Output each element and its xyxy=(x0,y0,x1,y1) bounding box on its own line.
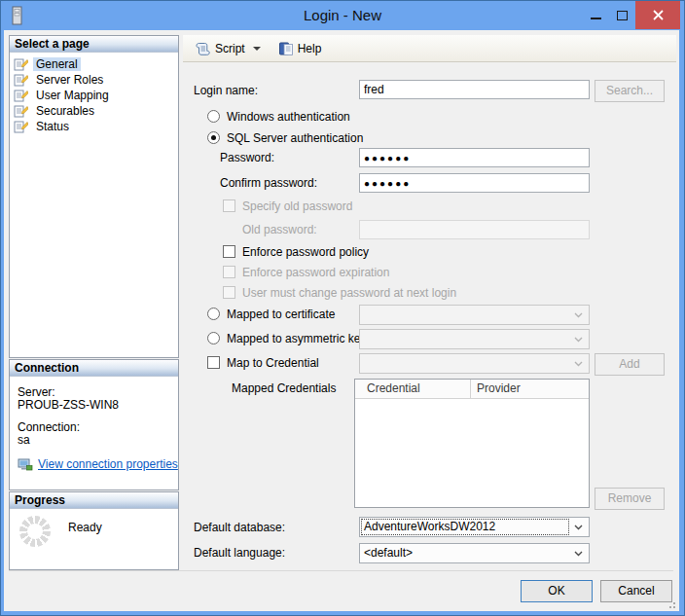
mapped-asymmetric-key-radio[interactable] xyxy=(207,332,220,344)
window-title: Login - New xyxy=(1,1,684,29)
chevron-down-icon xyxy=(574,337,583,343)
windows-authentication-label: Windows authentication xyxy=(227,110,350,124)
specify-old-password-label: Specify old password xyxy=(242,199,352,213)
chevron-down-icon xyxy=(574,551,583,557)
connection-header: Connection xyxy=(10,360,178,377)
remove-button[interactable]: Remove xyxy=(595,488,665,510)
chevron-down-icon xyxy=(574,361,583,367)
help-icon xyxy=(278,41,294,56)
windows-authentication-radio[interactable] xyxy=(207,110,220,123)
sidebar-item-server-roles[interactable]: Server Roles xyxy=(10,72,178,88)
mapped-credentials-label: Mapped Credentials xyxy=(232,381,336,395)
grid-column-provider[interactable]: Provider xyxy=(471,380,589,398)
help-button[interactable]: Help xyxy=(274,38,326,59)
specify-old-password-checkbox[interactable] xyxy=(223,199,235,212)
page-icon xyxy=(14,120,28,133)
page-icon xyxy=(14,73,28,87)
view-connection-properties-link[interactable]: View connection properties xyxy=(38,458,178,471)
default-database-combobox[interactable]: AdventureWorksDW2012 xyxy=(359,517,590,537)
enforce-password-policy-label: Enforce password policy xyxy=(242,245,369,259)
progress-header: Progress xyxy=(10,492,178,509)
chevron-down-icon xyxy=(574,312,583,318)
default-language-value: <default> xyxy=(364,546,413,560)
password-dots: ●●●●●● xyxy=(364,153,411,163)
map-to-credential-checkbox[interactable] xyxy=(207,356,220,369)
mapped-certificate-label: Mapped to certificate xyxy=(227,308,335,321)
chevron-down-icon xyxy=(574,525,583,530)
minimize-button[interactable] xyxy=(583,1,609,29)
sidebar-item-securables[interactable]: Securables xyxy=(10,103,178,119)
password-input[interactable]: ●●●●●● xyxy=(359,148,590,167)
login-name-input[interactable]: fred xyxy=(359,80,590,99)
ok-button[interactable]: OK xyxy=(521,580,593,602)
connection-label: Connection: xyxy=(18,421,178,434)
enforce-password-expiration-label: Enforce password expiration xyxy=(242,266,389,279)
maximize-button[interactable] xyxy=(609,1,635,29)
resize-grip[interactable] xyxy=(667,599,675,608)
mapped-asymmetric-key-label: Mapped to asymmetric key xyxy=(227,332,366,345)
chevron-down-icon xyxy=(253,47,261,51)
confirm-password-input[interactable]: ●●●●●● xyxy=(359,173,590,193)
script-button-label: Script xyxy=(215,42,245,55)
old-password-input[interactable] xyxy=(359,220,590,239)
close-icon xyxy=(653,10,664,20)
default-database-value: AdventureWorksDW2012 xyxy=(361,519,569,535)
footer-divider xyxy=(9,570,673,571)
page-icon xyxy=(14,89,28,102)
cancel-button[interactable]: Cancel xyxy=(600,580,672,602)
page-icon xyxy=(14,104,28,118)
sidebar-item-label: Securables xyxy=(33,104,97,118)
progress-panel: Progress Ready xyxy=(9,491,179,570)
progress-status: Ready xyxy=(68,521,102,534)
minimize-icon xyxy=(591,18,601,19)
script-icon xyxy=(195,41,211,56)
connection-value: sa xyxy=(18,434,178,447)
sidebar-item-status[interactable]: Status xyxy=(10,119,178,134)
dialog-client-area: Select a page General Server Roles User … xyxy=(4,30,679,611)
must-change-password-checkbox[interactable] xyxy=(223,286,235,299)
default-language-label: Default language: xyxy=(194,546,285,560)
connection-panel: Connection Server: PROUB-ZSS-WIN8 Connec… xyxy=(9,359,179,490)
grid-column-credential[interactable]: Credential xyxy=(355,380,471,398)
login-new-dialog: Login - New Select a page General xyxy=(0,0,685,616)
password-label: Password: xyxy=(220,151,274,164)
server-value: PROUB-ZSS-WIN8 xyxy=(18,399,178,412)
enforce-password-expiration-checkbox[interactable] xyxy=(223,266,235,278)
asymmetric-key-combobox[interactable] xyxy=(359,329,590,349)
select-page-header: Select a page xyxy=(10,36,178,53)
login-name-label: Login name: xyxy=(194,84,258,97)
map-to-credential-label: Map to Credential xyxy=(227,356,319,370)
old-password-label: Old password: xyxy=(242,223,317,236)
confirm-password-label: Confirm password: xyxy=(220,176,317,190)
mapped-certificate-radio[interactable] xyxy=(207,308,220,320)
sql-authentication-label: SQL Server authentication xyxy=(227,131,363,145)
default-database-label: Default database: xyxy=(194,521,285,534)
sidebar-item-label: Status xyxy=(33,120,72,133)
main-content: Script Help Login name: fred xyxy=(183,35,676,570)
connection-properties-icon xyxy=(18,458,33,471)
certificate-combobox[interactable] xyxy=(359,305,590,325)
credential-combobox[interactable] xyxy=(359,353,590,374)
maximize-icon xyxy=(617,11,628,20)
password-dots: ●●●●●● xyxy=(364,178,411,189)
progress-spinner-icon xyxy=(19,516,51,547)
close-button[interactable] xyxy=(635,1,680,29)
script-button[interactable]: Script xyxy=(191,38,265,59)
page-icon xyxy=(14,57,28,71)
sidebar-item-user-mapping[interactable]: User Mapping xyxy=(10,88,178,103)
mapped-credentials-grid[interactable]: Credential Provider xyxy=(354,379,590,508)
help-button-label: Help xyxy=(298,42,322,55)
select-page-panel: Select a page General Server Roles User … xyxy=(9,35,179,358)
enforce-password-policy-checkbox[interactable] xyxy=(223,245,235,258)
sql-authentication-radio[interactable] xyxy=(207,131,220,144)
sidebar-item-general[interactable]: General xyxy=(10,56,178,72)
add-button[interactable]: Add xyxy=(595,353,665,376)
default-language-combobox[interactable]: <default> xyxy=(359,543,590,563)
toolbar: Script Help xyxy=(183,35,676,62)
sidebar-item-label: General xyxy=(33,57,81,71)
must-change-password-label: User must change password at next login xyxy=(242,286,456,300)
title-bar[interactable]: Login - New xyxy=(1,1,684,30)
sidebar-item-label: Server Roles xyxy=(33,73,106,87)
sidebar-item-label: User Mapping xyxy=(33,89,112,102)
search-button[interactable]: Search... xyxy=(595,80,665,102)
